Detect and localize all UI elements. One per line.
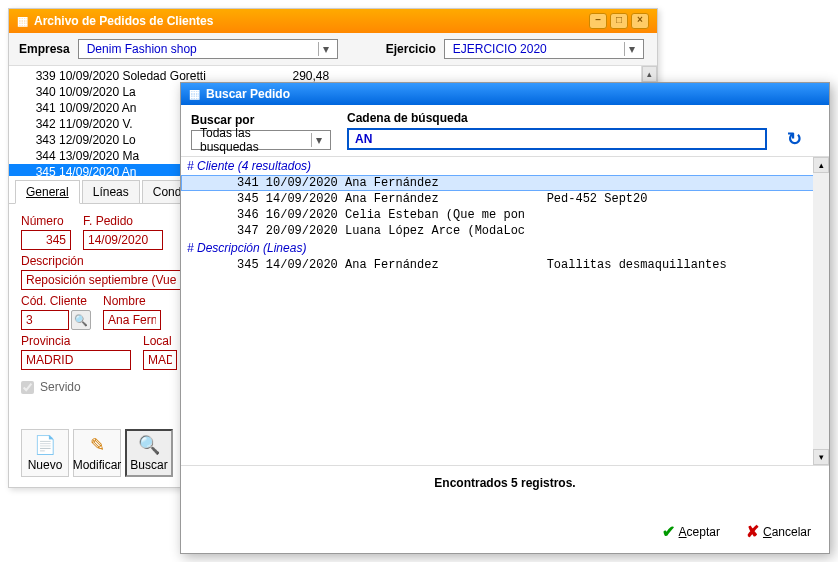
main-titlebar[interactable]: ▦ Archivo de Pedidos de Clientes – □ × xyxy=(9,9,657,33)
refresh-icon[interactable]: ↻ xyxy=(783,128,806,150)
servido-checkbox[interactable] xyxy=(21,381,34,394)
dialog-buttons: ✔ Aceptar ✘ Cancelar xyxy=(656,518,817,545)
result-row[interactable]: 341 10/09/2020 Ana Fernández xyxy=(181,175,829,191)
empresa-label: Empresa xyxy=(19,42,70,56)
cadena-label: Cadena de búsqueda xyxy=(347,111,767,125)
fpedido-label: F. Pedido xyxy=(83,214,163,228)
check-icon: ✔ xyxy=(662,522,675,541)
chevron-down-icon[interactable]: ▾ xyxy=(311,133,326,147)
codcliente-input[interactable] xyxy=(21,310,69,330)
nuevo-button[interactable]: 📄 Nuevo xyxy=(21,429,69,477)
result-row[interactable]: 345 14/09/2020 Ana Fernández Toallitas d… xyxy=(181,257,829,273)
scroll-up-icon[interactable]: ▴ xyxy=(642,66,657,82)
dialog-title: Buscar Pedido xyxy=(206,87,290,101)
close-button[interactable]: × xyxy=(631,13,649,29)
empresa-combo[interactable]: Denim Fashion shop ▾ xyxy=(78,39,338,59)
x-icon: ✘ xyxy=(746,522,759,541)
result-row[interactable]: 346 16/09/2020 Celia Esteban (Que me pon xyxy=(181,207,829,223)
group-header: # Descripción (Lineas) xyxy=(181,239,829,257)
buscarpor-label: Buscar por xyxy=(191,113,331,127)
modificar-label: Modificar xyxy=(73,458,122,472)
provincia-input[interactable] xyxy=(21,350,131,370)
magnify-icon: 🔍 xyxy=(138,434,160,456)
buscarpor-combo[interactable]: Todas las busquedas ▾ xyxy=(191,130,331,150)
tab-general[interactable]: General xyxy=(15,180,80,204)
lookup-icon[interactable]: 🔍 xyxy=(71,310,91,330)
buscar-label: Buscar xyxy=(130,458,167,472)
results-list[interactable]: # Cliente (4 resultados) 341 10/09/2020 … xyxy=(181,156,829,466)
search-input[interactable] xyxy=(347,128,767,150)
servido-label: Servido xyxy=(40,380,81,394)
status-text: Encontrados 5 registros. xyxy=(181,466,829,500)
result-row[interactable]: 347 20/09/2020 Luana López Arce (ModaLoc xyxy=(181,223,829,239)
ejercicio-combo[interactable]: EJERCICIO 2020 ▾ xyxy=(444,39,644,59)
calendar-icon: ▦ xyxy=(189,87,200,101)
provincia-label: Provincia xyxy=(21,334,131,348)
nombre-label: Nombre xyxy=(103,294,161,308)
aceptar-button[interactable]: ✔ Aceptar xyxy=(656,518,726,545)
dialog-filters: Buscar por Todas las busquedas ▾ Cadena … xyxy=(181,105,829,156)
scroll-down-icon[interactable]: ▾ xyxy=(813,449,829,465)
numero-input[interactable] xyxy=(21,230,71,250)
minimize-button[interactable]: – xyxy=(589,13,607,29)
chevron-down-icon[interactable]: ▾ xyxy=(624,42,639,56)
local-input[interactable] xyxy=(143,350,177,370)
scrollbar[interactable]: ▴ ▾ xyxy=(813,157,829,465)
calendar-icon: ▦ xyxy=(17,14,28,28)
fpedido-input[interactable] xyxy=(83,230,163,250)
nuevo-label: Nuevo xyxy=(28,458,63,472)
buscar-button[interactable]: 🔍 Buscar xyxy=(125,429,173,477)
descripcion-input[interactable] xyxy=(21,270,181,290)
buscarpor-value: Todas las busquedas xyxy=(196,126,311,154)
tab-líneas[interactable]: Líneas xyxy=(82,180,140,203)
result-row[interactable]: 345 14/09/2020 Ana Fernández Ped-452 Sep… xyxy=(181,191,829,207)
descripcion-label: Descripción xyxy=(21,254,181,268)
dialog-titlebar[interactable]: ▦ Buscar Pedido xyxy=(181,83,829,105)
main-action-buttons: 📄 Nuevo ✎ Modificar 🔍 Buscar xyxy=(21,429,173,477)
main-title: Archivo de Pedidos de Clientes xyxy=(34,14,586,28)
scroll-up-icon[interactable]: ▴ xyxy=(813,157,829,173)
numero-label: Número xyxy=(21,214,71,228)
main-toolbar: Empresa Denim Fashion shop ▾ Ejercicio E… xyxy=(9,33,657,66)
ejercicio-label: Ejercicio xyxy=(386,42,436,56)
empresa-value: Denim Fashion shop xyxy=(83,42,318,56)
chevron-down-icon[interactable]: ▾ xyxy=(318,42,333,56)
nombre-input[interactable] xyxy=(103,310,161,330)
maximize-button[interactable]: □ xyxy=(610,13,628,29)
modificar-button[interactable]: ✎ Modificar xyxy=(73,429,121,477)
group-header: # Cliente (4 resultados) xyxy=(181,157,829,175)
ejercicio-value: EJERCICIO 2020 xyxy=(449,42,624,56)
codcliente-label: Cód. Cliente xyxy=(21,294,91,308)
new-icon: 📄 xyxy=(34,434,56,456)
search-dialog: ▦ Buscar Pedido Buscar por Todas las bus… xyxy=(180,82,830,554)
pencil-icon: ✎ xyxy=(90,434,105,456)
local-label: Local xyxy=(143,334,177,348)
cancelar-button[interactable]: ✘ Cancelar xyxy=(740,518,817,545)
